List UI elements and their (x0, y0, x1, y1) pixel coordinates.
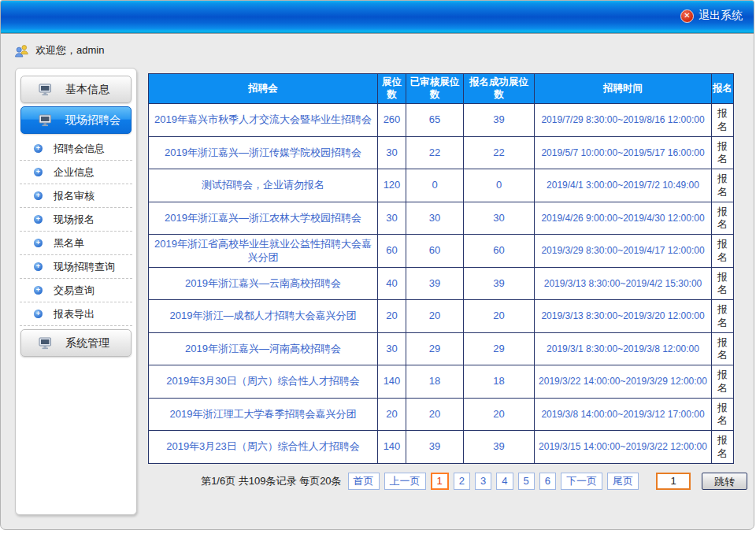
table-row: 2019年浙江省高校毕业生就业公益性招聘大会嘉兴分团 60 60 60 2019… (149, 235, 734, 268)
sidebar-menu-button[interactable]: 基本信息 (20, 76, 132, 103)
recruit-time: 2019/5/7 10:00:00~2019/5/17 16:00:00 (535, 136, 712, 169)
page-number-link[interactable]: 5 (518, 473, 535, 490)
reviewed-booth-count: 22 (406, 136, 464, 169)
page-number-link[interactable]: 6 (539, 473, 556, 490)
recruit-time: 2019/3/13 8:30:00~2019/4/2 15:30:00 (535, 267, 712, 300)
jump-button[interactable]: 跳转 (702, 473, 747, 490)
sidebar-sub-item[interactable]: + 报名审核 (20, 184, 132, 208)
plus-bullet-icon: + (34, 239, 43, 247)
booth-count: 260 (378, 104, 406, 137)
sidebar-sub-label: 现场报名 (54, 213, 94, 227)
sidebar: 基本信息 现场招聘会 + 招聘会信息 + 企业信息 + 报名审核 + 现场报名 … (15, 68, 137, 515)
sidebar-sub-label: 招聘会信息 (54, 142, 105, 156)
column-header: 报名成功展位数 (464, 74, 535, 104)
fair-name-link[interactable]: 2019年浙江嘉兴—河南高校招聘会 (149, 332, 378, 365)
fair-name-link[interactable]: 2019年浙江理工大学春季招聘会嘉兴分团 (149, 398, 378, 431)
booth-count: 20 (378, 398, 406, 431)
fair-name-link[interactable]: 2019年浙江嘉兴—浙江传媒学院校园招聘会 (149, 136, 378, 169)
sidebar-sub-label: 现场招聘查询 (54, 260, 115, 274)
fair-name-link[interactable]: 2019年3月23日（周六）综合性人才招聘会 (149, 431, 378, 464)
table-row: 2019年浙江嘉兴—浙江农林大学校园招聘会 30 30 30 2019/4/26… (149, 202, 734, 235)
booth-count: 20 (378, 300, 406, 333)
sidebar-sub-item[interactable]: + 黑名单 (20, 232, 132, 255)
signup-link[interactable]: 报名 (712, 267, 734, 300)
signup-link[interactable]: 报名 (712, 332, 734, 365)
page-number-link[interactable]: 3 (475, 473, 491, 490)
prev-page-link[interactable]: 上一页 (384, 473, 426, 490)
column-header: 报名 (712, 74, 734, 104)
reviewed-booth-count: 0 (406, 169, 464, 202)
booth-count: 40 (378, 267, 406, 300)
signup-link[interactable]: 报名 (712, 300, 734, 333)
fair-name-link[interactable]: 2019年浙江嘉兴—云南高校招聘会 (149, 267, 378, 300)
fair-name-link[interactable]: 2019年浙江—成都人才招聘大会嘉兴分团 (149, 300, 378, 333)
page-number-link[interactable]: 1 (431, 473, 449, 490)
signup-link[interactable]: 报名 (712, 431, 734, 464)
sidebar-sub-item[interactable]: + 企业信息 (20, 161, 132, 184)
signup-link[interactable]: 报名 (712, 136, 734, 169)
sidebar-menu-button[interactable]: 现场招聘会 (20, 106, 132, 134)
sidebar-button-label: 现场招聘会 (65, 113, 120, 128)
table-row: 2019年浙江嘉兴—河南高校招聘会 30 29 29 2019/3/1 8:30… (149, 332, 734, 365)
sidebar-sub-item[interactable]: + 交易查询 (20, 279, 132, 302)
signup-link[interactable]: 报名 (712, 202, 734, 235)
booth-count: 60 (378, 235, 406, 268)
plus-bullet-icon: + (34, 191, 43, 200)
welcome-text: 欢迎您，admin (35, 43, 104, 57)
success-booth-count: 18 (464, 365, 535, 399)
monitor-icon (39, 83, 53, 96)
booth-count: 140 (378, 431, 406, 464)
next-page-link[interactable]: 下一页 (561, 473, 602, 490)
sidebar-button-label: 系统管理 (65, 336, 109, 350)
page-container: ✕ 退出系统 欢迎您，admin 基本信息 (0, 0, 754, 530)
sidebar-sub-label: 报表导出 (54, 307, 94, 321)
first-page-link[interactable]: 首页 (348, 473, 380, 490)
recruit-time: 2019/3/22 14:00:00~2019/3/29 12:00:00 (535, 365, 712, 399)
success-booth-count: 39 (464, 104, 535, 137)
plus-bullet-icon: + (34, 168, 43, 176)
booth-count: 30 (378, 136, 406, 169)
success-booth-count: 39 (464, 267, 535, 300)
reviewed-booth-count: 20 (406, 398, 464, 431)
fair-name-link[interactable]: 2019年浙江省高校毕业生就业公益性招聘大会嘉兴分团 (149, 235, 378, 268)
pagination-bar: 第1/6页 共109条记录 每页20条 首页 上一页 123456 下一页 尾页… (148, 473, 747, 490)
reviewed-booth-count: 20 (406, 300, 464, 333)
table-row: 2019年浙江—成都人才招聘大会嘉兴分团 20 20 20 2019/3/13 … (149, 300, 734, 333)
sidebar-sub-item[interactable]: + 现场报名 (20, 208, 132, 232)
signup-link[interactable]: 报名 (712, 398, 734, 431)
booth-count: 140 (378, 365, 406, 399)
recruit-time: 2019/3/1 8:30:00~2019/3/8 12:00:00 (535, 332, 712, 365)
plus-bullet-icon: + (34, 262, 43, 271)
reviewed-booth-count: 65 (406, 104, 464, 137)
plus-bullet-icon: + (34, 215, 43, 224)
logout-button[interactable]: ✕ 退出系统 (680, 9, 743, 23)
signup-link[interactable]: 报名 (712, 169, 734, 202)
recruit-time: 2019/3/13 8:30:00~2019/3/20 12:00:00 (535, 300, 712, 333)
top-bar: ✕ 退出系统 (1, 1, 754, 34)
fair-name-link[interactable]: 2019年嘉兴市秋季人才交流大会暨毕业生招聘会 (149, 104, 378, 137)
page-number-link[interactable]: 4 (496, 473, 513, 490)
page-number-link[interactable]: 2 (454, 473, 470, 490)
column-header: 展位数 (378, 74, 406, 104)
sidebar-sub-item[interactable]: + 报表导出 (20, 302, 132, 326)
success-booth-count: 20 (464, 398, 535, 431)
recruit-time: 2019/3/8 14:00:00~2019/3/12 17:00:00 (535, 398, 712, 431)
sidebar-menu-button[interactable]: 系统管理 (20, 329, 132, 357)
jump-page-input[interactable] (656, 473, 691, 490)
fair-name-link[interactable]: 2019年浙江嘉兴—浙江农林大学校园招聘会 (149, 202, 378, 235)
last-page-link[interactable]: 尾页 (607, 473, 639, 490)
signup-link[interactable]: 报名 (712, 104, 734, 137)
success-booth-count: 60 (464, 235, 535, 268)
plus-bullet-icon: + (34, 286, 43, 295)
fair-name-link[interactable]: 2019年3月30日（周六）综合性人才招聘会 (149, 365, 378, 399)
fair-name-link[interactable]: 测试招聘会，企业请勿报名 (149, 169, 378, 202)
sidebar-sub-item[interactable]: + 招聘会信息 (20, 137, 132, 161)
sidebar-sub-item[interactable]: + 现场招聘查询 (20, 255, 132, 279)
signup-link[interactable]: 报名 (712, 235, 734, 268)
close-icon: ✕ (680, 9, 694, 23)
success-booth-count: 22 (464, 136, 535, 169)
signup-link[interactable]: 报名 (712, 365, 734, 399)
table-header-row: 招聘会展位数已审核展位数报名成功展位数招聘时间报名 (149, 74, 734, 104)
success-booth-count: 0 (464, 169, 535, 202)
success-booth-count: 30 (464, 202, 535, 235)
